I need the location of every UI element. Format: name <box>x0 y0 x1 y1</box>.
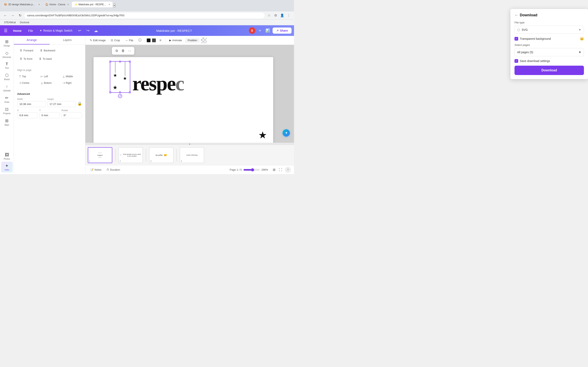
align-top-button[interactable]: ⊤ Top <box>17 74 38 79</box>
sidebar-label-text: Text <box>5 67 9 69</box>
thumbnail-2[interactable]: ♡ treat people as you want to be treated… <box>118 147 143 163</box>
analytics-button[interactable]: 📊 <box>264 27 271 34</box>
to-back-button[interactable]: ⬇ To back <box>36 55 54 62</box>
share-button[interactable]: ↗ Share <box>273 27 292 34</box>
thumbnail-1[interactable]: ✦ ✦ respect ✦ ✦ 1 <box>88 147 112 163</box>
tab-3-close[interactable]: ✕ <box>108 3 110 6</box>
menu-button[interactable]: ⋮ <box>286 13 292 18</box>
browser-tab-1[interactable]: 🎨 3D design Makdrake pot - RE... ✕ <box>2 2 43 7</box>
thumbnail-4[interactable]: avoid criticising 4 <box>180 147 204 163</box>
back-nav-button[interactable]: ← <box>2 13 8 18</box>
edit-image-button[interactable]: ✎ Edit image <box>88 38 108 43</box>
sidebar-item-design[interactable]: ⊞ Design <box>1 38 13 49</box>
selection-box[interactable]: ★ ★ ★ <box>110 61 130 93</box>
tab-2-close[interactable]: ✕ <box>67 3 69 6</box>
forward-nav-button[interactable]: → <box>10 13 16 18</box>
zoom-slider[interactable] <box>243 168 260 171</box>
new-tab-button[interactable]: + <box>113 3 116 7</box>
user-avatar: E <box>249 27 255 34</box>
browser-tab-2[interactable]: 🏠 Home - Canva ✕ <box>43 2 71 7</box>
backward-button[interactable]: ⬇ Backward <box>37 47 58 54</box>
crop-button[interactable]: ⊡ Crop <box>109 38 122 43</box>
fullscreen-button[interactable]: ⛶ <box>278 167 283 173</box>
sidebar-item-brand[interactable]: ⬡ Brand <box>1 71 13 82</box>
align-middle-icon: ⊥ <box>62 75 65 78</box>
home-menu-item[interactable]: Home <box>11 28 24 34</box>
duration-button[interactable]: ⏱ Duration <box>105 167 122 172</box>
delete-button[interactable]: 🗑 <box>120 48 126 54</box>
thumbnails-strip: ✦ ✦ respect ✦ ✦ 1 ♡ treat people as you <box>85 145 294 165</box>
transparency-checker[interactable] <box>201 38 207 43</box>
to-front-button[interactable]: ⬆ To front <box>17 55 35 62</box>
sidebar-item-projects[interactable]: ⊡ Projects <box>1 105 13 116</box>
align-middle-button[interactable]: ⊥ Middle <box>61 74 82 79</box>
resize-icon: ✦ <box>40 29 42 32</box>
grid-view-button[interactable]: ⊞ <box>271 167 277 173</box>
sidebar-item-photos[interactable]: 🖼 Photos <box>1 151 13 162</box>
selection-handle-bl[interactable] <box>109 92 111 93</box>
help-button[interactable]: ? <box>285 167 291 173</box>
align-right-button[interactable]: ⊣ Right <box>61 80 82 86</box>
add-collaborator-button[interactable]: + <box>257 28 263 33</box>
backward-icon: ⬇ <box>40 49 43 52</box>
tab-arrange[interactable]: Arrange <box>14 36 50 44</box>
sidebar-item-uploads[interactable]: ↑ Uploads <box>1 83 13 93</box>
align-left-button[interactable]: ⊢ Left <box>39 74 60 79</box>
width-input[interactable] <box>17 101 46 107</box>
page-indicator: Page 1 / 5 <box>230 168 242 171</box>
ai-icon: ✦ <box>5 163 9 168</box>
sidebar-label-design: Design <box>4 45 10 47</box>
info-button[interactable]: ⓘ <box>137 37 143 44</box>
bookmark-steamcat[interactable]: STEAMcat <box>2 21 17 24</box>
ai-sparkle-icon: ✦ <box>285 131 288 135</box>
tab-1-close[interactable]: ✕ <box>38 3 40 6</box>
sidebar-item-text[interactable]: T Text <box>1 60 13 71</box>
collapse-bar[interactable]: ▲ <box>85 143 294 145</box>
redo-button[interactable]: ↪ <box>85 27 91 34</box>
more-options-button[interactable]: ⋯ <box>127 48 133 54</box>
sidebar-item-apps[interactable]: ⊞ Apps <box>1 117 13 128</box>
address-bar[interactable] <box>25 13 265 18</box>
bookmark-doctorat[interactable]: Doctorat <box>18 21 31 24</box>
color-swatch-2[interactable] <box>152 38 156 42</box>
sidebar-item-ai[interactable]: ✦ Video <box>1 162 13 173</box>
tab-layers[interactable]: Layers <box>50 36 85 44</box>
undo-button[interactable]: ↩ <box>76 27 83 34</box>
sidebar-item-draw[interactable]: ✏ Draw <box>1 94 13 105</box>
ai-assistant-button[interactable]: ✦ <box>283 129 290 137</box>
color-swatch-1[interactable] <box>147 38 151 42</box>
thumb-divider-1 <box>115 149 116 161</box>
selection-handle-br[interactable] <box>129 92 131 93</box>
file-menu-item[interactable]: File <box>26 28 35 34</box>
canvas-page[interactable]: ⧉ 🗑 ⋯ <box>94 57 273 143</box>
position-button[interactable]: Position <box>185 38 199 43</box>
thumbnail-3[interactable]: be polite 🤝 3 <box>149 147 173 163</box>
browser-tab-3[interactable]: ✨ Makdrake pot - RESPECT - 8... ✕ <box>72 2 113 7</box>
animate-icon: ▶ <box>169 39 171 42</box>
profile-button[interactable]: 👤 <box>279 13 285 18</box>
x-input[interactable] <box>17 112 38 118</box>
reload-button[interactable]: ↻ <box>17 13 23 18</box>
align-centre-button[interactable]: ⊣ Centre <box>17 80 38 86</box>
lines-button[interactable]: ≡ <box>157 37 164 44</box>
cloud-save-button[interactable]: ☁ <box>93 27 99 34</box>
align-bottom-button[interactable]: ⊥ Bottom <box>39 80 60 86</box>
duplicate-button[interactable]: ⧉ <box>113 48 120 54</box>
height-input[interactable] <box>47 101 76 107</box>
animate-button[interactable]: ▶ Animate <box>167 38 184 43</box>
duration-icon: ⏱ <box>106 168 109 171</box>
rotate-handle[interactable]: ↺ <box>118 94 122 98</box>
rotate-input[interactable] <box>61 112 82 118</box>
notes-button[interactable]: 📝 Notes <box>89 167 103 172</box>
resize-magic-switch[interactable]: ✦ Resize & Magic Switch <box>37 28 75 33</box>
text-element-respect[interactable]: respec <box>132 73 184 94</box>
selection-handle-bc[interactable] <box>119 92 121 93</box>
extensions-button[interactable]: ⚙ <box>273 13 278 18</box>
zoom-percentage: 296% <box>261 168 269 171</box>
bookmark-button[interactable]: ☆ <box>266 13 272 18</box>
sidebar-item-elements[interactable]: ◇ Elements <box>1 49 13 60</box>
hamburger-menu[interactable]: ☰ <box>2 27 9 34</box>
flip-button[interactable]: ↔ Flip <box>123 38 135 43</box>
forward-button[interactable]: ⬆ Forward <box>17 47 36 54</box>
y-input[interactable] <box>39 112 60 118</box>
